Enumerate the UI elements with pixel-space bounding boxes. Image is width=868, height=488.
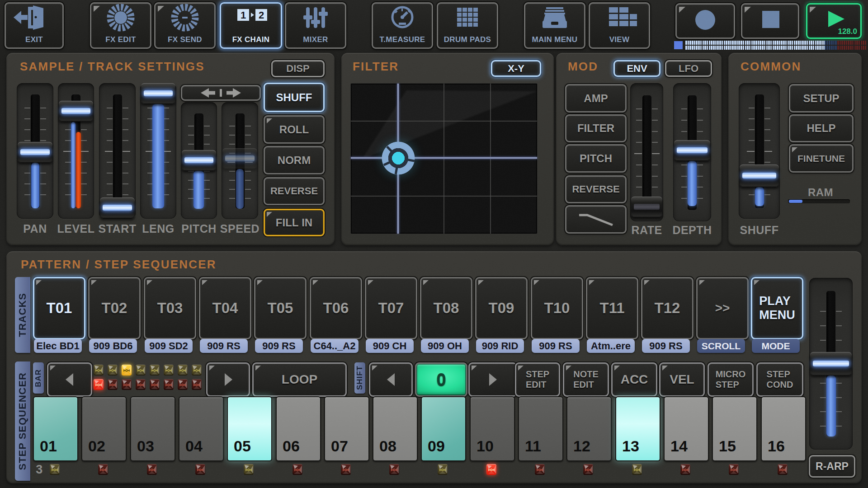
svg-text:2: 2 — [259, 9, 264, 21]
svg-text:1: 1 — [241, 9, 246, 21]
